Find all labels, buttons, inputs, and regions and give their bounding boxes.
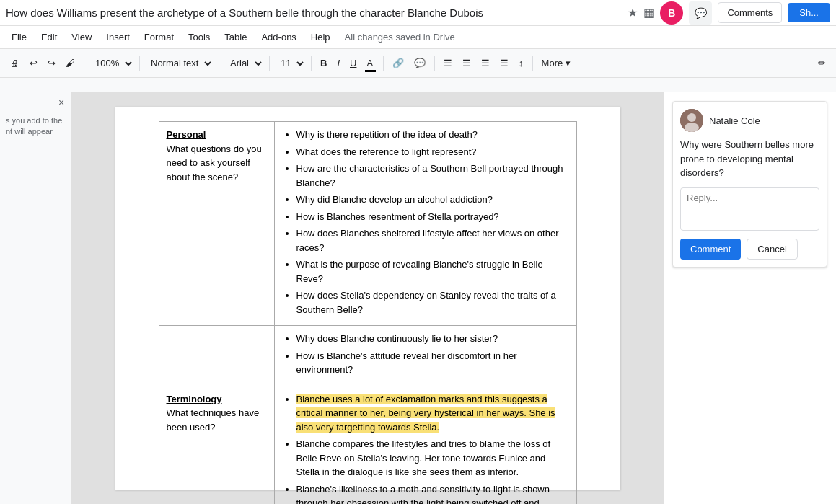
zoom-select[interactable]: 100% — [89, 53, 135, 74]
label-cell-personal: Personal What questions do you need to a… — [159, 122, 274, 326]
comment-cancel-button[interactable]: Cancel — [747, 239, 797, 260]
table-row: Why does Blanche continuously lie to her… — [159, 326, 576, 386]
comment-box: Natalie Cole Why were Southern belles mo… — [672, 101, 827, 268]
toolbar: 🖨 ↩ ↪ 🖌 100% Normal text Arial 11 B I U … — [0, 49, 836, 78]
list-item: Blanche compares the lifestyles and trie… — [296, 437, 569, 479]
divider — [269, 56, 270, 71]
label-cell-empty — [159, 326, 274, 386]
line-spacing-button[interactable]: ↕ — [514, 53, 528, 74]
menu-insert[interactable]: Insert — [100, 29, 136, 45]
divider — [219, 56, 219, 71]
title-bar: How does Williams present the archetype … — [0, 0, 836, 26]
bullet-list: Blanche uses a lot of exclamation marks … — [282, 392, 569, 505]
bullet-list: Why is there repetition of the idea of d… — [282, 128, 569, 317]
menu-tools[interactable]: Tools — [182, 29, 216, 45]
list-item: How does Blanches sheltered lifestyle af… — [296, 226, 569, 255]
chat-icon-button[interactable]: 💬 — [689, 1, 712, 25]
menu-bar: File Edit View Insert Format Tools Table… — [0, 26, 836, 49]
bullet-list: Why does Blanche continuously lie to her… — [282, 332, 569, 377]
title-text: How does Williams present the archetype … — [6, 6, 628, 19]
menu-format[interactable]: Format — [138, 29, 180, 45]
divider — [139, 56, 140, 71]
right-panel: Natalie Cole Why were Southern belles mo… — [663, 92, 836, 504]
menu-view[interactable]: View — [66, 29, 97, 45]
list-item: How are the characteristics of a Souther… — [296, 162, 569, 190]
share-button[interactable]: Sh... — [788, 3, 830, 22]
underline-button[interactable]: U — [346, 53, 361, 74]
avatar[interactable]: B — [660, 1, 683, 25]
divider — [383, 56, 384, 71]
align-right-button[interactable]: ☰ — [477, 53, 494, 74]
list-item: Why is there repetition of the idea of d… — [296, 128, 569, 142]
list-item: Why does Blanche continuously lie to her… — [296, 332, 569, 346]
bullets-cell-terminology: Blanche uses a lot of exclamation marks … — [274, 386, 576, 504]
folder-icon[interactable]: ▦ — [643, 6, 654, 19]
divider — [532, 56, 533, 71]
close-panel-button[interactable]: × — [54, 95, 69, 110]
menu-help[interactable]: Help — [305, 29, 336, 45]
menu-file[interactable]: File — [6, 29, 32, 45]
comment-text: Why were Southern belles more prone to d… — [680, 138, 819, 180]
avatar-image — [680, 109, 703, 132]
document-area[interactable]: Personal What questions do you need to a… — [72, 92, 663, 504]
divider — [84, 56, 84, 71]
font-size-select[interactable]: 11 — [274, 53, 307, 74]
list-item: Blanche uses a lot of exclamation marks … — [296, 392, 569, 435]
main-table: Personal What questions do you need to a… — [159, 121, 577, 504]
list-item: Blanche's likeliness to a moth and sensi… — [296, 482, 569, 505]
left-panel: × s you add to the nt will appear — [0, 92, 72, 504]
align-center-button[interactable]: ☰ — [458, 53, 475, 74]
list-item: How is Blanches resentment of Stella por… — [296, 210, 569, 224]
print-button[interactable]: 🖨 — [6, 53, 24, 74]
panel-text: s you add to the nt will appear — [6, 115, 66, 138]
redo-button[interactable]: ↪ — [43, 53, 60, 74]
label-cell-terminology: Terminology What techniques have been us… — [159, 386, 274, 504]
main-area: × s you add to the nt will appear Person… — [0, 92, 836, 504]
comment-actions: Comment Cancel — [680, 239, 819, 260]
menu-table[interactable]: Table — [219, 29, 252, 45]
comment-input[interactable] — [680, 187, 819, 231]
bold-button[interactable]: B — [316, 53, 331, 74]
insert-comment-button[interactable]: 💬 — [410, 53, 430, 74]
more-button[interactable]: More ▾ — [537, 53, 575, 74]
ruler — [0, 78, 836, 92]
divider — [311, 56, 312, 71]
pencil-button[interactable]: ✏ — [814, 53, 830, 74]
undo-button[interactable]: ↩ — [25, 53, 42, 74]
text-color-button[interactable]: A — [362, 53, 379, 74]
comment-author: Natalie Cole — [709, 115, 760, 126]
list-item: Why did Blanche develop an alcohol addic… — [296, 193, 569, 207]
divider — [434, 56, 435, 71]
personal-subtitle: What questions do you need to ask yourse… — [167, 143, 262, 182]
personal-title: Personal — [167, 129, 206, 140]
justify-button[interactable]: ☰ — [496, 53, 513, 74]
autosave-status: All changes saved in Drive — [345, 32, 455, 43]
bullets-cell-2: Why does Blanche continuously lie to her… — [274, 326, 576, 386]
font-select[interactable]: Arial — [224, 53, 265, 74]
style-select[interactable]: Normal text — [144, 53, 214, 74]
table-row: Personal What questions do you need to a… — [159, 122, 576, 326]
bullets-cell-personal: Why is there repetition of the idea of d… — [274, 122, 576, 326]
svg-point-1 — [687, 113, 696, 122]
menu-edit[interactable]: Edit — [35, 29, 63, 45]
align-left-button[interactable]: ☰ — [439, 53, 457, 74]
comment-submit-button[interactable]: Comment — [680, 239, 741, 260]
menu-addons[interactable]: Add-ons — [255, 29, 302, 45]
list-item: What does the reference to light represe… — [296, 145, 569, 159]
list-item: How is Blanche's attitude reveal her dis… — [296, 349, 569, 377]
comments-button[interactable]: Comments — [718, 2, 782, 23]
paint-format-button[interactable]: 🖌 — [61, 53, 79, 74]
list-item: What is the purpose of revealing Blanche… — [296, 257, 569, 286]
list-item: How does Stella's dependency on Stanley … — [296, 288, 569, 317]
highlighted-text: Blanche uses a lot of exclamation marks … — [296, 394, 555, 433]
terminology-subtitle: What techniques have been used? — [167, 407, 260, 433]
italic-button[interactable]: I — [333, 53, 344, 74]
terminology-title: Terminology — [167, 394, 222, 404]
avatar — [680, 109, 703, 132]
document-page: Personal What questions do you need to a… — [115, 107, 620, 490]
comment-header: Natalie Cole — [680, 109, 819, 132]
star-icon[interactable]: ★ — [628, 6, 638, 19]
link-button[interactable]: 🔗 — [388, 53, 408, 74]
table-row: Terminology What techniques have been us… — [159, 386, 576, 504]
